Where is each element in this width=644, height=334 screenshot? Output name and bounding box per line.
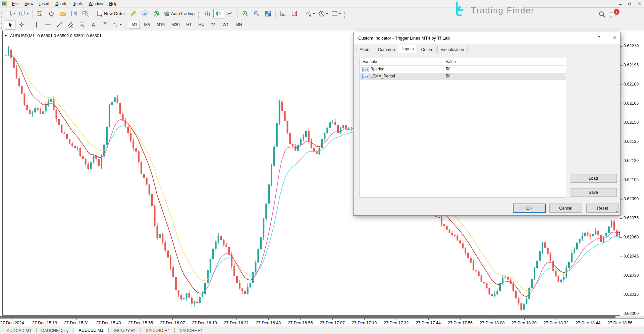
- menu-help[interactable]: Help: [106, 1, 120, 7]
- auto-scroll-button[interactable]: [278, 9, 288, 18]
- dropdown-caret-icon[interactable]: [339, 13, 341, 14]
- search-icon[interactable]: [598, 10, 606, 18]
- timeframe-button-m15[interactable]: M15: [154, 21, 167, 29]
- dialog-tab-colors[interactable]: Colors: [418, 46, 436, 53]
- tile-windows-button[interactable]: [263, 9, 273, 18]
- dialog-tab-common[interactable]: Common: [375, 46, 398, 53]
- vertical-line-button[interactable]: [31, 20, 42, 30]
- expert-advisors-button[interactable]: [128, 9, 139, 18]
- timeframe-button-m5[interactable]: M5: [141, 21, 152, 29]
- indicators-button[interactable]: [304, 9, 317, 18]
- timeframe-button-w1[interactable]: W1: [220, 21, 231, 29]
- variable-value[interactable]: 50: [446, 74, 450, 78]
- price-tick: [620, 218, 622, 219]
- candlestick-chart-button[interactable]: [213, 9, 224, 18]
- periods-button[interactable]: [317, 9, 330, 18]
- templates-button[interactable]: [330, 9, 343, 18]
- timeframe-button-m30[interactable]: M30: [169, 21, 182, 29]
- strategy-tester-button[interactable]: [80, 9, 91, 18]
- time-tick-label: 27 Dec 15:43: [96, 321, 121, 325]
- autotrading-icon: [163, 10, 170, 17]
- dropdown-caret-icon[interactable]: [326, 13, 328, 14]
- toolbar-grip[interactable]: [1, 21, 3, 29]
- load-button[interactable]: Load: [570, 174, 617, 183]
- new-order-icon: [96, 10, 103, 17]
- price-axis[interactable]: 0.622100.621950.621800.621650.621500.621…: [620, 31, 644, 316]
- toolbar-grip[interactable]: [125, 21, 127, 29]
- input-row-rperiod[interactable]: 123Rperiod50: [360, 66, 566, 73]
- price-tick-label: 0.62195: [624, 63, 639, 67]
- autotrading-button[interactable]: AutoTrading: [162, 9, 197, 18]
- menu-view[interactable]: View: [21, 1, 36, 7]
- navigator-button[interactable]: [57, 9, 68, 18]
- menu-file[interactable]: File: [9, 1, 21, 7]
- scrollbar-thumb[interactable]: [0, 316, 615, 318]
- dialog-tab-visualization[interactable]: Visualization: [437, 46, 468, 53]
- market-watch-button[interactable]: [35, 9, 45, 18]
- reset-button[interactable]: Reset: [586, 204, 619, 213]
- minimize-button[interactable]: [616, 1, 624, 6]
- input-row-lsma_period[interactable]: 123LSMA_Period50: [360, 73, 566, 80]
- data-window-button[interactable]: [46, 9, 57, 18]
- dropdown-caret-icon[interactable]: [26, 13, 29, 14]
- chart-tab-xauusd-h4[interactable]: XAUUSD,H4: [141, 327, 174, 334]
- horizontal-scrollbar[interactable]: [0, 316, 644, 318]
- window-titlebar[interactable]: FileViewInsertChartsToolsWindowHelp: [0, 0, 644, 7]
- toolbar-grip[interactable]: [344, 10, 346, 18]
- chart-tab-cadchf-h1[interactable]: CADCHF,H1: [175, 327, 208, 334]
- arrows-button[interactable]: [111, 20, 123, 30]
- trendline-button[interactable]: [54, 20, 65, 30]
- dropdown-caret-icon[interactable]: [120, 24, 122, 25]
- new-order-button[interactable]: New Order: [95, 9, 127, 18]
- menu-charts[interactable]: Charts: [52, 1, 70, 7]
- resize-grip[interactable]: [616, 211, 619, 214]
- chart-shift-button[interactable]: [289, 9, 300, 18]
- timeframe-button-mn[interactable]: MN: [233, 21, 245, 29]
- dialog-close-icon[interactable]: ✕: [608, 32, 621, 44]
- chart-tab-audcad-m1[interactable]: AUDCAD,M1: [2, 327, 36, 334]
- chart-symbol-period: AUDUSD,M1: [10, 34, 35, 38]
- chart-tab-gbpjpy-h1[interactable]: GBPJPY,H1: [109, 327, 141, 334]
- signals-button[interactable]: [151, 9, 162, 18]
- terminal-button[interactable]: [69, 9, 79, 18]
- cursor-button[interactable]: [5, 20, 15, 30]
- dropdown-caret-icon[interactable]: [313, 13, 315, 14]
- dialog-tab-about[interactable]: About: [356, 46, 374, 53]
- profiles-button[interactable]: [18, 9, 30, 18]
- metaeditor-button[interactable]: [140, 9, 150, 18]
- dialog-help-button[interactable]: ?: [593, 32, 605, 44]
- toolbar-grip[interactable]: [198, 10, 201, 18]
- toolbar-grip[interactable]: [1, 10, 3, 18]
- timeframe-button-d1[interactable]: D1: [208, 21, 218, 29]
- chart-tab-audusd-m1[interactable]: AUDUSD,M1: [74, 326, 109, 334]
- crosshair-button[interactable]: [16, 20, 27, 30]
- equidistant-channel-button[interactable]: E: [65, 20, 76, 30]
- fibonacci-button[interactable]: F: [77, 20, 88, 30]
- menu-tools[interactable]: Tools: [70, 1, 86, 7]
- bar-chart-button[interactable]: [202, 9, 213, 18]
- text-button[interactable]: A: [88, 20, 99, 30]
- cancel-button[interactable]: Cancel: [549, 204, 582, 213]
- timeframe-button-h4[interactable]: H4: [196, 21, 206, 29]
- timeframe-button-m1[interactable]: M1: [129, 21, 140, 29]
- menu-insert[interactable]: Insert: [36, 1, 52, 7]
- variable-value[interactable]: 50: [446, 67, 450, 71]
- dropdown-caret-icon[interactable]: [13, 13, 15, 14]
- line-chart-button[interactable]: [225, 9, 235, 18]
- dialog-tab-inputs[interactable]: Inputs: [399, 45, 417, 53]
- text-label-button[interactable]: T: [100, 20, 110, 30]
- zoom-in-button[interactable]: [240, 9, 251, 18]
- zoom-out-button[interactable]: [251, 9, 262, 18]
- close-window-button[interactable]: [635, 1, 643, 6]
- dialog-titlebar[interactable]: Custom Indicator - Trigger Lines MT4 by …: [354, 32, 620, 44]
- timeframe-button-h1[interactable]: H1: [183, 21, 194, 29]
- save-button[interactable]: Save: [570, 188, 617, 197]
- menu-window[interactable]: Window: [86, 1, 106, 7]
- restore-button[interactable]: [626, 1, 633, 6]
- chart-tab-cadchf-daily[interactable]: CADCHF,Daily: [37, 327, 73, 334]
- ok-button[interactable]: OK: [513, 204, 546, 213]
- chart-collapse-icon[interactable]: ▼: [4, 34, 7, 38]
- new-chart-button[interactable]: [5, 9, 17, 18]
- horizontal-line-button[interactable]: [43, 20, 53, 30]
- time-axis[interactable]: 27 Dec 202427 Dec 15:1927 Dec 15:3127 De…: [0, 318, 644, 326]
